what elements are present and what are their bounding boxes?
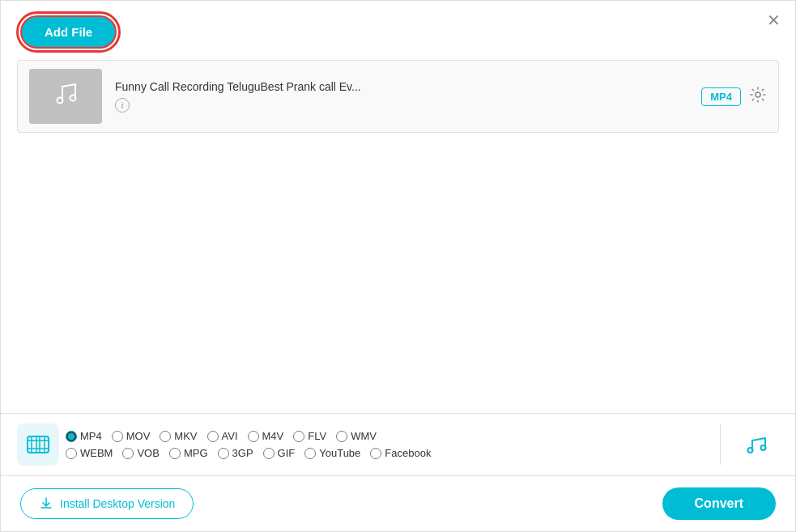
- format-m4v[interactable]: M4V: [248, 430, 294, 442]
- format-gif[interactable]: GIF: [263, 447, 305, 459]
- install-button[interactable]: Install Desktop Version: [20, 488, 194, 519]
- svg-point-2: [756, 92, 760, 97]
- format-badge: MP4: [701, 87, 741, 106]
- format-avi[interactable]: AVI: [207, 430, 248, 442]
- settings-icon[interactable]: [749, 86, 767, 108]
- close-button[interactable]: ✕: [767, 11, 781, 30]
- format-mkv[interactable]: MKV: [160, 430, 206, 442]
- svg-point-10: [748, 448, 753, 453]
- toolbar: Add File: [1, 1, 795, 57]
- video-format-icon-box[interactable]: [17, 423, 59, 466]
- file-actions: MP4: [701, 86, 767, 108]
- file-info: Funny Call Recording TeluguBest Prank ca…: [115, 80, 688, 113]
- info-icon[interactable]: i: [115, 98, 130, 113]
- file-thumbnail: [29, 69, 102, 124]
- download-icon: [39, 496, 53, 511]
- format-divider: [720, 424, 721, 465]
- format-facebook[interactable]: Facebook: [370, 447, 441, 459]
- file-name: Funny Call Recording TeluguBest Prank ca…: [115, 80, 688, 93]
- app-window: ✕ Add File Funny Call Recording TeluguBe…: [0, 0, 796, 532]
- install-label: Install Desktop Version: [60, 497, 175, 510]
- content-area: [1, 133, 795, 413]
- format-bar: MP4 MOV MKV AVI M4V FLV WM: [1, 413, 795, 476]
- format-3gp[interactable]: 3GP: [218, 447, 263, 459]
- svg-rect-3: [28, 436, 49, 453]
- add-file-button[interactable]: Add File: [20, 15, 117, 49]
- svg-point-11: [761, 445, 766, 450]
- convert-button[interactable]: Convert: [662, 487, 776, 520]
- audio-format-icon-box[interactable]: [737, 423, 779, 466]
- file-list: Funny Call Recording TeluguBest Prank ca…: [17, 60, 779, 133]
- music-note-icon: [50, 78, 81, 115]
- format-options-container: MP4 MOV MKV AVI M4V FLV WM: [66, 430, 704, 459]
- format-mp4[interactable]: MP4: [66, 430, 112, 442]
- format-youtube[interactable]: YouTube: [304, 447, 370, 459]
- format-mov[interactable]: MOV: [112, 430, 160, 442]
- action-bar: Install Desktop Version Convert: [1, 476, 795, 531]
- format-wmv[interactable]: WMV: [336, 430, 386, 442]
- format-vob[interactable]: VOB: [122, 447, 168, 459]
- format-mpg[interactable]: MPG: [169, 447, 218, 459]
- format-webm[interactable]: WEBM: [66, 447, 122, 459]
- file-item: Funny Call Recording TeluguBest Prank ca…: [18, 61, 778, 132]
- format-flv[interactable]: FLV: [293, 430, 336, 442]
